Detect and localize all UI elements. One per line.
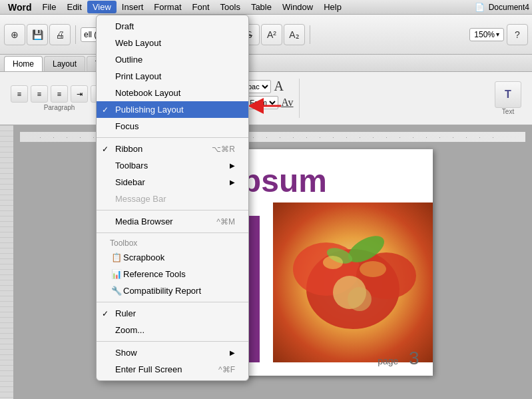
compatibility-icon: 🔧 [111, 286, 122, 296]
align-right-btn[interactable]: ≡ [51, 85, 68, 103]
menu-tools[interactable]: Tools [215, 1, 246, 13]
separator-3 [97, 232, 248, 233]
menu-item-focus[interactable]: Focus [97, 118, 248, 135]
menu-item-enter-full-screen[interactable]: Enter Full Screen ^⌘F [97, 361, 248, 378]
menu-item-draft[interactable]: Draft [97, 18, 248, 35]
print-layout-label: Print Layout [115, 71, 161, 81]
ribbon-shortcut: ⌥⌘R [212, 145, 235, 154]
web-layout-label: Web Layout [115, 38, 161, 48]
menu-item-reference-tools[interactable]: 📊 Reference Tools [97, 266, 248, 282]
toolbar-group-standard: ⊕ 💾 🖨 [4, 24, 71, 45]
publishing-checkmark: ✓ [102, 105, 109, 115]
toolbar: ⊕ 💾 🖨 B I U S̶ A² A₂ 150% ▾ ? [0, 15, 532, 55]
menu-item-compatibility-report[interactable]: 🔧 Compatibility Report [97, 282, 248, 299]
reference-tools-label: Reference Tools [123, 269, 186, 279]
page-num-value: 3 [409, 348, 419, 368]
subscript-btn[interactable]: A₂ [284, 24, 305, 45]
menu-item-show[interactable]: Show ▶ [97, 344, 248, 361]
ribbon-checkmark: ✓ [102, 145, 109, 154]
print-btn[interactable]: 🖨 [49, 24, 71, 45]
menu-item-sidebar[interactable]: Sidebar ▶ [97, 174, 248, 191]
document-title: Document4 [489, 3, 529, 12]
zoom-dropdown-arrow[interactable]: ▾ [496, 31, 499, 38]
superscript-btn[interactable]: A² [261, 24, 282, 45]
notebook-layout-label: Notebook Layout [115, 88, 180, 98]
tab-home[interactable]: Home [4, 56, 43, 71]
svg-point-9 [348, 287, 372, 311]
menu-item-notebook-layout[interactable]: Notebook Layout [97, 85, 248, 101]
paragraph-label: Paragraph [44, 104, 75, 111]
menu-help[interactable]: Help [318, 1, 347, 13]
ribbon-label: Ribbon [115, 144, 142, 154]
menu-item-publishing-layout[interactable]: ✓ Publishing Layout [97, 101, 248, 118]
separator-4 [97, 302, 248, 302]
menu-window[interactable]: Window [277, 1, 318, 13]
focus-label: Focus [115, 121, 138, 131]
media-browser-label: Media Browser [115, 216, 173, 226]
typography-Av-icon: Av [281, 97, 293, 109]
draft-label: Draft [115, 21, 134, 31]
menu-item-toolbars[interactable]: Toolbars ▶ [97, 157, 248, 174]
menu-item-ruler[interactable]: ✓ Ruler [97, 305, 248, 322]
separator-1 [97, 137, 248, 138]
ruler-label: Ruler [115, 308, 136, 318]
menu-item-scrapbook[interactable]: 📋 Scrapbook [97, 249, 248, 266]
outline-label: Outline [115, 55, 142, 65]
align-center-btn[interactable]: ≡ [31, 85, 48, 103]
menu-font[interactable]: Font [187, 1, 215, 13]
page-label: page [378, 356, 398, 366]
toolbox-section-label: Toolbox [97, 236, 248, 249]
media-browser-shortcut: ^⌘M [216, 217, 235, 226]
show-label: Show [115, 348, 137, 358]
typography-A-icon: A [274, 79, 283, 94]
separator-2 [97, 210, 248, 210]
doc-image [273, 202, 433, 362]
save-btn[interactable]: 💾 [27, 24, 48, 45]
menu-item-outline[interactable]: Outline [97, 51, 248, 68]
menu-item-media-browser[interactable]: Media Browser ^⌘M [97, 213, 248, 230]
menu-item-web-layout[interactable]: Web Layout [97, 35, 248, 51]
scrapbook-label: Scrapbook [123, 252, 164, 262]
indent-btn[interactable]: ⇥ [71, 85, 88, 103]
toolbars-label: Toolbars [115, 161, 148, 171]
tab-layout[interactable]: Layout [44, 56, 85, 71]
menu-item-print-layout[interactable]: Print Layout [97, 68, 248, 85]
app-name: Word [3, 1, 37, 14]
text-btn[interactable]: T [495, 81, 521, 108]
menu-view[interactable]: View [87, 1, 117, 13]
message-bar-label: Message Bar [115, 194, 166, 204]
menu-format[interactable]: Format [148, 1, 186, 13]
main-area: Lorem Ipsum ipsumit amet. e nunc odio, m… [0, 125, 532, 399]
doc-page-number: page 3 [378, 348, 419, 369]
menu-file[interactable]: File [37, 1, 62, 13]
menu-item-zoom[interactable]: Zoom... [97, 322, 248, 338]
sidebar-arrow: ▶ [230, 179, 235, 186]
separator-5 [97, 341, 248, 342]
reference-tools-icon: 📊 [111, 269, 122, 279]
menu-edit[interactable]: Edit [61, 1, 87, 13]
menu-bar: Word File Edit View Insert Format Font T… [0, 0, 532, 15]
scrapbook-icon: 📋 [111, 252, 122, 262]
publishing-layout-label: Publishing Layout [115, 105, 184, 115]
enter-full-screen-shortcut: ^⌘F [218, 365, 235, 374]
document-icon: 📄 [475, 3, 485, 12]
new-btn[interactable]: ⊕ [4, 24, 25, 45]
align-left-btn[interactable]: ≡ [11, 85, 28, 103]
toolbar-sep-1 [75, 25, 76, 44]
menu-item-message-bar: Message Bar [97, 191, 248, 207]
doc-food-visual [273, 202, 433, 362]
ribbon-tabs: Home Layout Ta... [0, 55, 532, 72]
zoom-label: Zoom... [115, 325, 144, 335]
ribbon-content: ≡ ≡ ≡ ⇥ ☰ Paragraph fi Ligatures 12,3 Nu… [0, 72, 532, 125]
menu-insert[interactable]: Insert [117, 1, 149, 13]
show-arrow: ▶ [230, 349, 235, 356]
svg-point-6 [323, 256, 343, 269]
ruler-checkmark: ✓ [102, 309, 109, 318]
view-dropdown-menu: Draft Web Layout Outline Print Layout No… [96, 15, 249, 381]
help-circle-btn[interactable]: ? [507, 24, 528, 45]
menu-table[interactable]: Table [246, 1, 277, 13]
toolbars-arrow: ▶ [230, 162, 235, 169]
menu-item-ribbon[interactable]: ✓ Ribbon ⌥⌘R [97, 141, 248, 157]
toolbar-sep-3 [310, 25, 310, 44]
sidebar-label: Sidebar [115, 177, 145, 187]
